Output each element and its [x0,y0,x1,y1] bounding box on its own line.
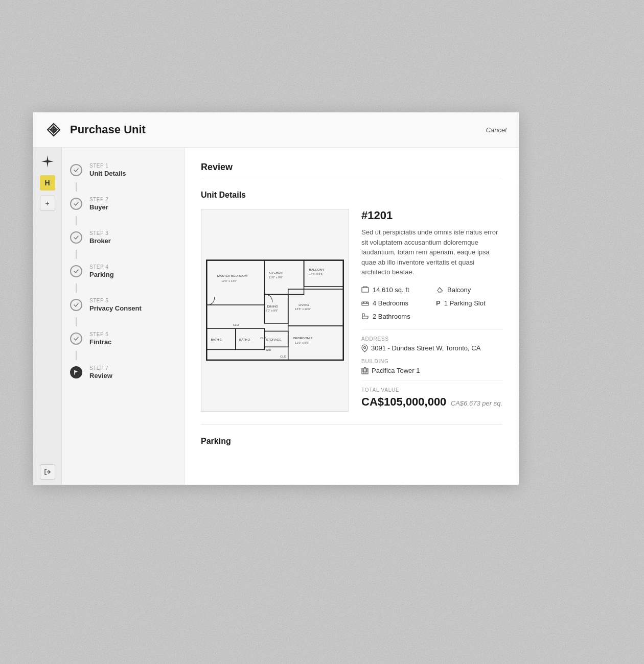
balcony-value: Balcony [447,286,471,294]
step-6[interactable]: STEP 6 Fintrac [62,326,184,351]
svg-rect-29 [362,288,369,292]
step-7-name: Review [89,372,112,380]
svg-text:CLO: CLO [233,323,239,326]
step-3[interactable]: STEP 3 Broker [62,225,184,250]
nav-strip: H + [33,148,62,485]
section-divider [201,178,502,178]
step-connector-3 [76,250,77,259]
svg-text:STORAGE: STORAGE [266,338,282,341]
step-7-label: STEP 7 [89,365,112,371]
feature-sqft: 14,610 sq. ft [361,286,428,295]
address-value: 3091 - Dundas Street W, Toronto, CA [361,344,502,352]
step-2-name: Buyer [89,203,108,211]
nav-logo [39,153,56,170]
feature-parking: P 1 Parking Slot [436,299,502,308]
section-divider-2 [201,424,502,424]
step-6-icon [70,333,82,345]
address-section: ADDRESS 3091 - Dundas Street W, Toronto,… [361,329,502,374]
cancel-button[interactable]: Cancel [486,126,507,134]
svg-rect-37 [363,371,364,372]
bedroom-icon [361,299,369,308]
total-per-sq: CA$6,673 per sq. [451,395,502,412]
step-7[interactable]: STEP 7 Review [62,360,184,385]
app-logo-icon [45,122,62,138]
svg-text:MASTER BEDROOM: MASTER BEDROOM [217,274,247,277]
modal-body: H + STEP 1 Unit D [33,148,519,485]
total-label: TOTAL VALUE [361,387,502,393]
feature-bedrooms: 4 Bedrooms [361,299,428,308]
step-7-icon [70,366,82,378]
total-section: TOTAL VALUE CA$105,000,000 CA$6,673 per … [361,381,502,412]
page-title: Purchase Unit [70,123,486,136]
step-4-icon [70,265,82,277]
svg-text:BEDROOM 2: BEDROOM 2 [293,336,313,340]
step-connector-4 [76,283,77,293]
svg-rect-32 [366,302,367,303]
svg-text:8'0" x 9'9": 8'0" x 9'9" [265,309,278,312]
unit-number: #1201 [361,209,502,222]
sqft-icon [361,286,369,295]
parking-icon: P [436,299,441,307]
modal-header: Purchase Unit Cancel [33,112,519,148]
step-4-label: STEP 4 [89,264,114,270]
svg-text:BATH 2: BATH 2 [239,338,250,341]
svg-point-33 [364,346,366,348]
step-connector-1 [76,182,77,192]
step-1-name: Unit Details [89,170,126,177]
step-5-label: STEP 5 [89,298,142,303]
building-label: BUILDING [361,359,502,364]
step-3-name: Broker [89,237,111,245]
svg-text:DINING: DINING [267,304,279,308]
sqft-value: 14,610 sq. ft [373,286,409,294]
step-connector-5 [76,317,77,326]
svg-text:KITCHEN: KITCHEN [269,271,283,274]
building-icon [361,367,369,374]
step-6-name: Fintrac [89,338,111,346]
address-pin-icon [361,344,368,352]
unit-description: Sed ut perspiciatis unde omnis iste natu… [361,227,502,277]
step-connector-2 [76,216,77,225]
step-5-icon [70,299,82,311]
step-4[interactable]: STEP 4 Parking [62,259,184,283]
user-avatar[interactable]: H [40,175,55,191]
step-1[interactable]: STEP 1 Unit Details [62,158,184,182]
steps-sidebar: STEP 1 Unit Details STEP 2 Buyer [62,148,185,485]
step-4-name: Parking [89,271,114,278]
svg-text:LIVING: LIVING [298,303,309,306]
svg-rect-36 [366,369,367,370]
step-connector-6 [76,351,77,360]
step-5[interactable]: STEP 5 Privacy Consent [62,293,184,317]
balcony-icon [436,286,444,295]
step-2[interactable]: STEP 2 Buyer [62,192,184,216]
step-1-label: STEP 1 [89,163,126,169]
svg-text:CLO: CLO [260,337,266,340]
svg-rect-35 [363,369,364,370]
feature-balcony: Balcony [436,286,502,295]
exit-button[interactable] [40,464,55,480]
svg-text:11'0" x 9'6": 11'0" x 9'6" [269,276,283,279]
address-label: ADDRESS [361,336,502,342]
svg-text:BALCONY: BALCONY [309,268,324,271]
parking-heading: Parking [201,437,502,446]
step-3-icon [70,231,82,244]
review-heading: Review [201,162,502,173]
total-value: CA$105,000,000 [361,395,446,409]
add-button[interactable]: + [40,196,55,211]
svg-text:14'6" x 5'6": 14'6" x 5'6" [309,272,324,275]
unit-features: 14,610 sq. ft Balcony [361,286,502,321]
step-2-label: STEP 2 [89,197,108,202]
step-6-label: STEP 6 [89,331,111,337]
building-value: Pacifica Tower 1 [361,367,502,374]
unit-details-grid: MASTER BEDROOM 12'0" x 13'0" KITCHEN 11'… [201,209,502,412]
step-3-label: STEP 3 [89,230,111,236]
svg-rect-31 [363,302,364,303]
bathrooms-value: 2 Bathrooms [373,313,410,320]
svg-text:12'0" x 13'0": 12'0" x 13'0" [221,279,237,282]
svg-text:BATH 1: BATH 1 [211,338,222,341]
bathroom-icon [361,312,369,321]
bedrooms-value: 4 Bedrooms [373,299,408,307]
svg-text:13'6" x 12'3": 13'6" x 12'3" [295,307,311,311]
svg-text:W/D: W/D [265,348,271,351]
unit-info-panel: #1201 Sed ut perspiciatis unde omnis ist… [361,209,502,412]
main-content: Review Unit Details MASTER BEDROOM 12'0"… [185,148,519,485]
